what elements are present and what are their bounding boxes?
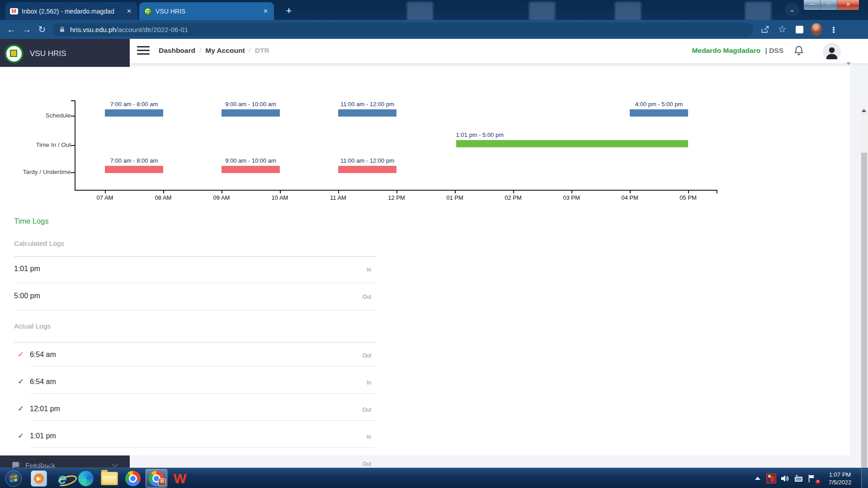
- log-time: 5:00 pm: [14, 292, 40, 300]
- log-time: 1:01 pm: [30, 432, 56, 440]
- log-check-icon: ✓: [18, 431, 24, 441]
- chart-axis-tick: [71, 145, 75, 146]
- log-time: 6:54 am: [30, 351, 56, 359]
- row-divider: [30, 366, 376, 366]
- log-time: 6:54 am: [30, 378, 56, 386]
- chart-category-label: Schedule: [3, 112, 71, 119]
- action-center-flag-icon[interactable]: ✕: [805, 468, 819, 488]
- tab-title: VSU HRIS: [156, 8, 258, 15]
- wmp-square: ▶: [31, 470, 47, 487]
- chart-x-tick: [513, 190, 514, 193]
- notifications-bell-icon[interactable]: [793, 44, 805, 57]
- log-direction: Out: [317, 294, 371, 300]
- chrome-circle: [125, 471, 141, 486]
- screen: MInbox (2,562) - medardo.magdad✕VSU HRIS…: [0, 0, 868, 488]
- app-brand[interactable]: VSU HRIS: [5, 44, 66, 63]
- system-tray: ✕ 1:07 PM 7/5/2022: [751, 468, 868, 488]
- page-content: VSU HRIS My AccountProfileAttendanceDTRW…: [0, 39, 868, 468]
- breadcrumb-my-account[interactable]: My Account: [205, 47, 245, 54]
- log-direction: Out: [317, 352, 371, 359]
- maximize-button[interactable]: □: [821, 0, 837, 10]
- chart-x-tick: [280, 190, 281, 193]
- share-icon[interactable]: [760, 24, 770, 35]
- window-controls: — □ ✕: [803, 0, 859, 10]
- chart-bar: [222, 109, 280, 117]
- close-button[interactable]: ✕: [837, 0, 859, 10]
- account-caret-icon[interactable]: [846, 62, 851, 65]
- chart-bar: [105, 109, 163, 117]
- page-header: Dashboard/My Account/DTR Medardo Magdada…: [130, 39, 868, 63]
- chart-axis-tick: [71, 116, 75, 117]
- tab-close-icon[interactable]: ✕: [125, 8, 133, 14]
- new-tab-button[interactable]: +: [283, 5, 295, 17]
- chart-x-tick: [630, 190, 631, 193]
- browser-profile-avatar[interactable]: [811, 24, 822, 35]
- start-orb: [5, 470, 22, 487]
- url-domain: hris.vsu.edu.ph: [70, 26, 116, 33]
- chart-x-tick-label: 02 PM: [505, 194, 522, 201]
- windows-flag-icon: [10, 474, 17, 482]
- edge-swirl: [78, 471, 94, 486]
- log-check-icon: ✓: [18, 458, 24, 468]
- log-section-heading: Actual Logs: [14, 322, 51, 330]
- page-scrollbar[interactable]: [860, 107, 868, 488]
- hamburger-menu-icon[interactable]: [137, 46, 150, 55]
- volume-icon[interactable]: [778, 468, 792, 488]
- chart-x-tick: [396, 190, 397, 193]
- browser-tab-2[interactable]: VSU HRIS✕: [139, 2, 274, 20]
- reload-button[interactable]: ↻: [34, 24, 50, 35]
- log-section-heading: Calculated Logs: [14, 239, 64, 248]
- folder-shape: [101, 472, 118, 485]
- tab-search-chevron-icon[interactable]: ⌄: [785, 3, 799, 17]
- chart-x-tick-label: 04 PM: [621, 194, 638, 201]
- chart-axis-tick: [71, 172, 75, 173]
- ie-e: e: [58, 471, 67, 486]
- minimize-button[interactable]: —: [804, 0, 821, 10]
- vsu-seal-icon: [144, 7, 152, 15]
- chart-x-tick: [222, 190, 222, 193]
- file-explorer-icon[interactable]: [98, 468, 121, 488]
- address-bar[interactable]: hris.vsu.edu.ph/account/dtr/2022-06-01: [52, 23, 753, 36]
- chart-x-tick-label: 08 AM: [155, 194, 172, 201]
- account-avatar[interactable]: [823, 42, 841, 61]
- chart-bar-label: 7:00 am - 8:00 am: [110, 157, 158, 164]
- hidden-icons-arrow[interactable]: [751, 468, 764, 488]
- side-panel-icon[interactable]: [794, 24, 805, 35]
- wps-w: W: [174, 471, 186, 486]
- windows-taskbar: ▶eW ✕ 1:07 PM 7/5/2022: [0, 468, 868, 488]
- vsu-logo-icon: [5, 44, 24, 63]
- url-path: /account/dtr/2022-06-01: [116, 26, 188, 33]
- log-time: 1:01 pm: [14, 265, 40, 273]
- display-icon[interactable]: [792, 468, 805, 488]
- taskbar-clock[interactable]: 1:07 PM 7/5/2022: [821, 471, 859, 486]
- browser-tab-1[interactable]: MInbox (2,562) - medardo.magdad✕: [5, 2, 137, 20]
- tab-close-icon[interactable]: ✕: [262, 8, 269, 14]
- breadcrumb-dashboard[interactable]: Dashboard: [159, 47, 195, 54]
- scrollbar-thumb[interactable]: [861, 153, 867, 488]
- log-time: 12:01 pm: [30, 405, 60, 413]
- chrome-icon[interactable]: [121, 468, 145, 488]
- chart-x-tick: [105, 190, 106, 193]
- play-icon: ▶: [34, 474, 44, 483]
- chart-bar: [338, 166, 396, 173]
- forward-button[interactable]: →: [19, 24, 34, 35]
- start-button[interactable]: [0, 468, 27, 488]
- hris-app-tray-icon[interactable]: [764, 468, 778, 488]
- row-divider: [14, 283, 376, 283]
- chart-x-tick-label: 01 PM: [446, 194, 463, 201]
- chart-axis-tick: [71, 100, 75, 101]
- log-time: 5:00 pm: [30, 459, 56, 467]
- lock-icon: [59, 26, 66, 33]
- edge-icon[interactable]: [74, 468, 98, 488]
- wps-office-icon[interactable]: W: [168, 468, 192, 488]
- scroll-up-arrow-icon[interactable]: [862, 109, 866, 112]
- browser-menu-icon[interactable]: •••: [828, 24, 839, 35]
- back-button[interactable]: ←: [4, 24, 19, 35]
- show-desktop-button[interactable]: [861, 468, 868, 488]
- internet-explorer-icon[interactable]: e: [51, 468, 74, 488]
- chrome-active-icon[interactable]: [145, 468, 168, 488]
- chart-category-label: Tardy / Undertime: [3, 169, 71, 175]
- time-logs-title: Time Logs: [14, 217, 48, 225]
- bookmark-star-icon[interactable]: ☆: [777, 24, 788, 35]
- windows-media-player-icon[interactable]: ▶: [27, 468, 51, 488]
